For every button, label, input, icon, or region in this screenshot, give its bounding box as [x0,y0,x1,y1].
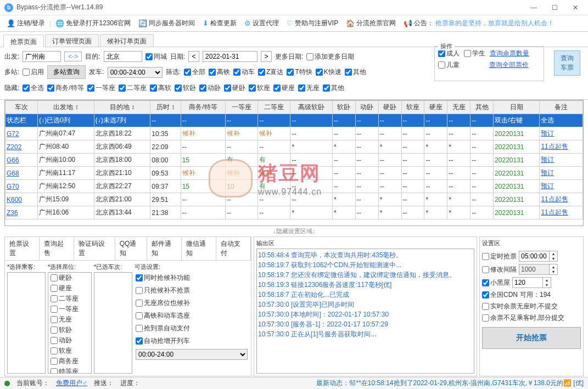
insufficient-checkbox[interactable]: 余票不足乘客时,部分提交 [482,313,564,323]
hide-wz[interactable]: 无座 [298,83,320,93]
col-1[interactable]: 出发地 ↕ [38,101,94,114]
hide-rz[interactable]: 软座 [249,83,270,93]
table-row[interactable]: Z202广州08:40北京西06:4922:09------**--*--**-… [5,140,583,154]
col-16[interactable]: 备注 [540,101,583,114]
seat-item[interactable]: 特等座 [48,367,91,374]
timer-checkbox[interactable]: 定时抢票 [482,252,517,261]
vip-button[interactable]: ♡赞助与注册VIP [283,17,341,30]
seat-item[interactable]: 硬座 [48,283,91,294]
col-8[interactable]: 软卧 [332,101,355,114]
query-price-link[interactable]: 查询全部票价 [489,60,529,70]
sub-tab-2[interactable]: 验证码设置 [74,237,115,260]
interval-spinner[interactable]: ▲▼ [519,264,558,275]
maximize-button[interactable]: ☐ [546,2,563,13]
hide-rw[interactable]: 软卧 [175,83,196,93]
logout-login-button[interactable]: 👤注销/登录 [3,17,48,30]
start-grab-button[interactable]: 开始抢票 [482,327,581,349]
col-7[interactable]: 高级软卧 [290,101,333,114]
multi-query-button[interactable]: 多站查询 [47,65,86,79]
filter-kuaisu[interactable]: K快速 [316,67,341,77]
opt-houbu[interactable]: 同时抢候补功能 [136,273,248,283]
seat-item[interactable]: 二等座 [48,294,91,304]
opt-wz-houbu[interactable]: 无座席位也候补 [136,298,248,308]
opt-auto-added[interactable]: 自动抢增开列车 [136,336,248,346]
output-log[interactable]: 10:58:48:4 查询完毕，本次查询共用时:435毫秒。10:58:19:7… [256,249,474,374]
passenger-listbox[interactable] [7,272,46,374]
filter-zhida[interactable]: Z直达 [258,67,283,77]
blackroom-checkbox[interactable]: 小黑屋 [482,278,510,287]
from-input[interactable] [23,51,61,62]
filter-tekuai[interactable]: T特快 [287,67,312,77]
col-0[interactable]: 车次 [5,101,38,114]
blackroom-spinner[interactable]: ▲▼ [512,277,551,288]
realtime-checkbox[interactable]: 实时余票无座时,不提交 [482,302,558,311]
tab-wait[interactable]: 候补订单页面 [100,34,154,47]
filter-gaotie[interactable]: 高铁 [209,67,230,77]
query-button[interactable]: 查询车票 [554,50,580,76]
sync-time-button[interactable]: 🔄同步服务器时间 [135,17,198,30]
interval-checkbox[interactable]: 修改间隔 [482,265,517,274]
col-15[interactable]: 日期 [494,101,540,114]
seat-item[interactable]: 一等座 [48,304,91,314]
filter-other[interactable]: 其他 [345,67,366,77]
query-count-link[interactable]: 查询余票数量 [490,49,529,58]
hide-yz[interactable]: 硬座 [273,83,295,93]
seat-item[interactable]: 硬卧 [48,273,91,283]
opt-seat-select[interactable]: 高铁和动车选座 [136,311,248,320]
hide-sw[interactable]: 商务/特等 [47,83,83,93]
multi-enable-checkbox[interactable]: 启用 [23,67,44,77]
seat-item[interactable]: 无座 [48,314,91,325]
hide-qt[interactable]: 其他 [323,83,344,93]
open-12306-button[interactable]: 🌐免登录打开12306官网 [52,17,133,30]
col-5[interactable]: 一等座 [226,101,258,114]
timer-spinner[interactable]: ▲▼ [519,251,558,262]
date-input[interactable] [203,51,257,62]
date-prev-button[interactable]: < [188,51,199,62]
col-3[interactable]: 历时 ↕ [150,101,181,114]
sub-tab-5[interactable]: 微信通知 [182,237,216,260]
seat-item[interactable]: 动卧 [48,335,91,346]
user-type[interactable]: 免费用户♂ [56,379,87,388]
sub-tab-6[interactable]: 自动支付 [216,237,251,260]
table-row[interactable]: G70广州南12:50北京西22:2709:371510有-----------… [5,180,583,193]
col-6[interactable]: 二等座 [258,101,290,114]
hide-settings-bar[interactable]: ↓隐藏设置区域↓ [0,226,588,236]
hide-edz[interactable]: 二等座 [119,83,147,93]
col-4[interactable]: 商务/特等 [181,101,225,114]
student-checkbox[interactable]: 学生 [464,49,485,58]
check-update-button[interactable]: ⬇检查更新 [199,17,240,30]
filter-all[interactable]: 全部 [184,67,205,77]
sub-tab-4[interactable]: 邮件通知 [147,237,182,260]
hide-yw[interactable]: 硬卧 [224,83,245,93]
hide-all[interactable]: 全选 [23,83,44,93]
opt-auto-pay[interactable]: 抢到票自动支付 [136,324,248,333]
status-row[interactable]: 状态栏(↓)已选0列(↓)未选7列-----------------------… [5,114,583,127]
time-range-select[interactable]: 00:00-24:00 [136,349,248,360]
col-10[interactable]: 硬卧 [378,101,401,114]
official-site-button[interactable]: 🏠分流抢票官网 [343,17,399,30]
seat-item[interactable]: 软卧 [48,325,91,335]
opt-only-houbu[interactable]: 只抢候补不抢票 [136,286,248,295]
more-date-checkbox[interactable]: 添加更多日期 [306,52,354,61]
child-checkbox[interactable]: 儿童 [438,60,460,70]
col-13[interactable]: 无座 [447,101,471,114]
same-city-checkbox[interactable]: 同城 [145,52,167,61]
swap-button[interactable]: <-> [64,52,82,61]
table-row[interactable]: Z36广州16:06北京西13:4421:38------**--*--**--… [5,206,583,219]
cdn-checkbox[interactable]: 全国CDN [482,290,518,300]
table-row[interactable]: K600广州15:09北京西21:0029:51--------*--*--**… [5,193,583,206]
to-input[interactable] [104,51,142,62]
table-row[interactable]: G72广州南07:47北京西18:2210:35候补候补候补----------… [5,127,583,140]
table-row[interactable]: G68广州南11:17北京西21:1009:53候补候补候补----------… [5,167,583,180]
picked-train-listbox[interactable] [94,272,132,374]
close-button[interactable]: ✕ [567,2,584,13]
hide-gr[interactable]: 高软 [150,83,171,93]
minimize-button[interactable]: — [525,2,542,13]
col-11[interactable]: 软座 [401,101,424,114]
col-14[interactable]: 其他 [471,101,494,114]
seat-item[interactable]: 商务座 [48,356,91,367]
tab-order[interactable]: 订单管理页面 [45,34,99,47]
sub-tab-1[interactable]: 查询起售 [40,237,74,260]
proxy-button[interactable]: ⚙设置代理 [241,17,282,30]
depart-time-select[interactable]: 00:00-24:00 [108,67,163,78]
